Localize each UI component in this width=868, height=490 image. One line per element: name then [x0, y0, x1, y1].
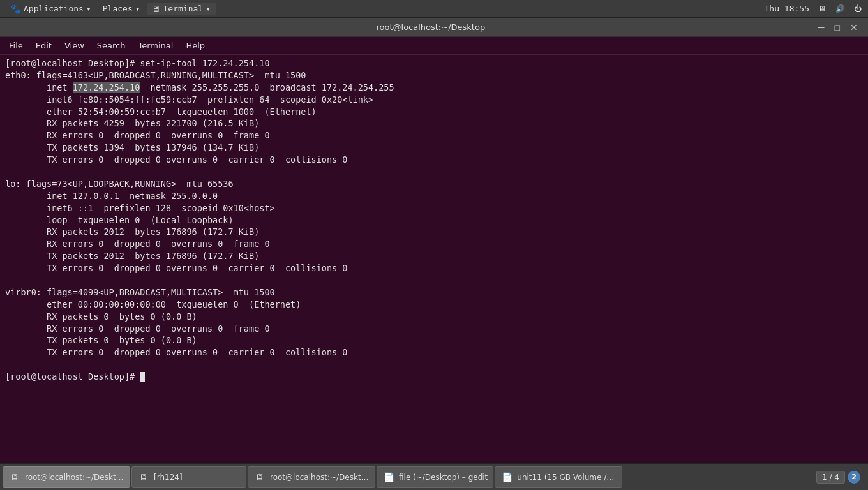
- terminal-line-3-pre: inet: [5, 82, 73, 93]
- places-arrow: ▾: [135, 4, 140, 13]
- terminal-line-6: RX packets 4259 bytes 221700 (216.5 KiB): [5, 118, 259, 128]
- terminal-line-23: RX errors 0 dropped 0 overruns 0 frame 0: [5, 323, 270, 334]
- terminal-line-5: ether 52:54:00:59:cc:b7 txqueuelen 1000 …: [5, 107, 317, 117]
- terminal-line-4: inet6 fe80::5054:ff:fe59:ccb7 prefixlen …: [5, 94, 373, 105]
- titlebar-controls: ─ □ ✕: [816, 22, 860, 33]
- terminal-label: Terminal: [163, 4, 204, 13]
- taskbar-item-rh124[interactable]: 🖥 [rh124]: [131, 466, 246, 488]
- menu-terminal[interactable]: Terminal: [131, 40, 179, 52]
- terminal-line-22: RX packets 0 bytes 0 (0.0 B): [5, 311, 197, 322]
- places-menu[interactable]: Places ▾: [98, 3, 146, 15]
- sys-bar-right: Thu 18:55 🖥 🔊 ⏻: [765, 4, 863, 14]
- taskbar-item-desktop1[interactable]: 🖥 root@localhost:~/Desktop: [3, 466, 130, 488]
- taskbar-label-desktop2: root@localhost:~/Desktop: [270, 473, 370, 482]
- taskbar-label-desktop1: root@localhost:~/Desktop: [25, 473, 124, 482]
- terminal-line-7: RX errors 0 dropped 0 overruns 0 frame 0: [5, 130, 270, 140]
- taskbar-label-unit11: unit11 (15 GB Volume /run/med...: [517, 473, 617, 482]
- terminal-prompt: [root@localhost Desktop]#: [5, 371, 140, 382]
- menu-file[interactable]: File: [3, 40, 29, 52]
- terminal-line-13: inet6 ::1 prefixlen 128 scopeid 0x10<hos…: [5, 203, 275, 213]
- taskbar-item-gedit[interactable]: 📄 file (~/Desktop) – gedit: [377, 466, 493, 488]
- terminal-arrow: ▾: [206, 4, 211, 13]
- terminal-line-8: TX packets 1394 bytes 137946 (134.7 KiB): [5, 142, 259, 152]
- close-button[interactable]: ✕: [848, 22, 860, 33]
- taskbar-icon-terminal1: 🖥: [8, 471, 21, 484]
- terminal-menubar: File Edit View Search Terminal Help: [0, 37, 868, 55]
- taskbar-pager[interactable]: 1 / 4: [816, 471, 845, 484]
- taskbar-item-desktop2[interactable]: 🖥 root@localhost:~/Desktop: [248, 466, 375, 488]
- power-icon[interactable]: ⏻: [853, 4, 863, 14]
- minimize-button[interactable]: ─: [816, 22, 827, 33]
- taskbar-icon-rh124: 🖥: [137, 471, 150, 484]
- menu-search[interactable]: Search: [91, 40, 132, 52]
- terminal-title: root@localhost:~/Desktop: [46, 22, 816, 32]
- terminal-line-25: TX errors 0 dropped 0 overruns 0 carrier…: [5, 347, 347, 357]
- applications-arrow: ▾: [86, 4, 91, 13]
- terminal-titlebar: root@localhost:~/Desktop ─ □ ✕: [0, 18, 868, 37]
- maximize-button[interactable]: □: [832, 22, 842, 33]
- terminal-line-18: TX errors 0 dropped 0 overruns 0 carrier…: [5, 263, 347, 273]
- applications-icon: 🐾: [10, 4, 21, 14]
- volume-icon[interactable]: 🔊: [835, 4, 845, 14]
- terminal-window: root@localhost:~/Desktop ─ □ ✕ File Edit…: [0, 18, 868, 463]
- terminal-cursor: [140, 372, 145, 382]
- terminal-icon: 🖥: [152, 4, 161, 14]
- terminal-line-17: TX packets 2012 bytes 176896 (172.7 KiB): [5, 251, 259, 261]
- applications-menu[interactable]: 🐾 Applications ▾: [5, 3, 96, 15]
- menu-edit[interactable]: Edit: [29, 40, 58, 52]
- terminal-line-3-post: netmask 255.255.255.0 broadcast 172.24.2…: [140, 82, 394, 93]
- applications-label: Applications: [24, 4, 84, 13]
- terminal-line-20: virbr0: flags=4099<UP,BROADCAST,MULTICAS…: [5, 287, 275, 297]
- display-icon[interactable]: 🖥: [817, 4, 827, 14]
- terminal-line-15: RX packets 2012 bytes 176896 (172.7 KiB): [5, 226, 259, 237]
- menu-help[interactable]: Help: [179, 40, 211, 52]
- taskbar-label-gedit: file (~/Desktop) – gedit: [399, 473, 488, 482]
- menu-view[interactable]: View: [58, 40, 91, 52]
- terminal-line-16: RX errors 0 dropped 0 overruns 0 frame 0: [5, 239, 270, 249]
- terminal-line-11: lo: flags=73<UP,LOOPBACK,RUNNING> mtu 65…: [5, 179, 234, 189]
- terminal-menu[interactable]: 🖥 Terminal ▾: [147, 3, 216, 15]
- taskbar-icon-unit11: 📄: [500, 471, 513, 484]
- system-bar: 🐾 Applications ▾ Places ▾ 🖥 Terminal ▾ T…: [0, 0, 868, 18]
- terminal-line-14: loop txqueuelen 0 (Local Loopback): [5, 215, 234, 225]
- taskbar-icon-terminal2: 🖥: [253, 471, 266, 484]
- taskbar-notification-badge[interactable]: 2: [848, 471, 860, 484]
- datetime-display: Thu 18:55: [765, 4, 809, 13]
- sys-bar-left: 🐾 Applications ▾ Places ▾ 🖥 Terminal ▾: [5, 3, 216, 15]
- terminal-line-1: [root@localhost Desktop]# set-ip-tool 17…: [5, 58, 270, 68]
- taskbar-item-unit11[interactable]: 📄 unit11 (15 GB Volume /run/med...: [495, 466, 622, 488]
- terminal-line-12: inet 127.0.0.1 netmask 255.0.0.0: [5, 191, 218, 201]
- taskbar-icon-gedit: 📄: [382, 471, 395, 484]
- taskbar: 🖥 root@localhost:~/Desktop 🖥 [rh124] 🖥 r…: [0, 463, 868, 490]
- terminal-line-9: TX errors 0 dropped 0 overruns 0 carrier…: [5, 154, 347, 165]
- terminal-line-24: TX packets 0 bytes 0 (0.0 B): [5, 335, 197, 345]
- places-label: Places: [103, 4, 133, 13]
- terminal-content[interactable]: [root@localhost Desktop]# set-ip-tool 17…: [0, 55, 868, 463]
- terminal-line-21: ether 00:00:00:00:00:00 txqueuelen 0 (Et…: [5, 299, 301, 309]
- taskbar-label-rh124: [rh124]: [154, 473, 183, 482]
- terminal-line-2: eth0: flags=4163<UP,BROADCAST,RUNNING,MU…: [5, 70, 306, 80]
- taskbar-right: 1 / 4 2: [811, 471, 865, 484]
- terminal-highlighted-ip: 172.24.254.10: [73, 82, 140, 93]
